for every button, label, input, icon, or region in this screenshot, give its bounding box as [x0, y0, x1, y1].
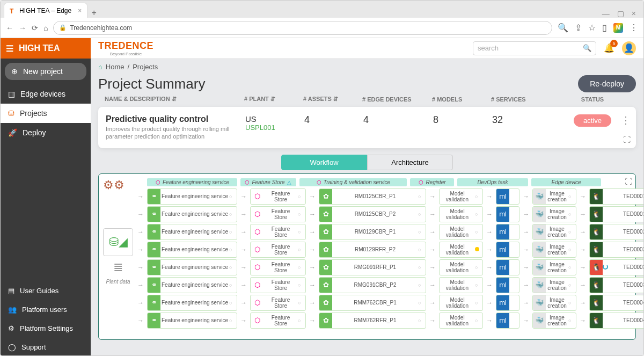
node-fe[interactable]: ⚭Feature engineering service○: [147, 206, 237, 222]
node-register[interactable]: Model validation○: [439, 224, 483, 240]
node-register[interactable]: Model validation: [439, 242, 483, 258]
node-edge[interactable]: 🐧TED0003: [589, 259, 643, 275]
window-minimize-icon[interactable]: —: [602, 9, 610, 18]
sidebar-item-users[interactable]: 👥Platform users: [1, 300, 91, 319]
lane-tr: ⬡Training & validation service: [299, 178, 407, 186]
window-maximize-icon[interactable]: ▢: [617, 9, 624, 18]
node-ml[interactable]: ml: [496, 188, 519, 205]
node-register[interactable]: Model validation○: [439, 313, 483, 329]
share-icon[interactable]: ⇪: [575, 23, 582, 33]
node-edge[interactable]: 🐧TED0004: [589, 295, 643, 311]
project-card[interactable]: Predictive quality control Improves the …: [98, 107, 636, 148]
node-fe[interactable]: ⚭Feature engineering service○: [147, 295, 237, 311]
tab-workflow[interactable]: Workflow: [281, 155, 367, 170]
node-fs[interactable]: ⬡Feature Store○: [250, 206, 306, 222]
node-fe[interactable]: ⚭Feature engineering service○: [147, 242, 237, 258]
back-icon[interactable]: ←: [6, 24, 13, 32]
node-tr[interactable]: ✿RMM762RFR_P1○: [319, 313, 426, 329]
search-browser-icon[interactable]: 🔍: [558, 23, 568, 33]
favorite-icon[interactable]: ☆: [588, 23, 596, 33]
col-assets[interactable]: # ASSETS: [303, 96, 332, 102]
notifications-button[interactable]: 🔔 5: [604, 43, 614, 53]
node-edge[interactable]: 🐧TED0002: [589, 242, 643, 258]
node-fe[interactable]: ⚭Feature engineering service○: [147, 188, 237, 205]
node-edge[interactable]: 🐧TED0003: [589, 277, 643, 293]
node-image[interactable]: 🐳Image creation○: [532, 259, 576, 275]
plant-data-node[interactable]: ⛁◢: [103, 228, 133, 256]
node-edge[interactable]: 🐧TED0002: [589, 224, 643, 240]
gmail-icon[interactable]: M: [613, 23, 623, 33]
node-edge[interactable]: 🐧TED0004: [589, 313, 643, 329]
node-ml[interactable]: ml: [496, 313, 519, 329]
menu-icon[interactable]: ☰: [6, 43, 13, 54]
browser-tab[interactable]: T HIGH TEA – Edge ×: [4, 3, 87, 18]
node-fe[interactable]: ⚭Feature engineering service○: [147, 224, 237, 240]
col-name[interactable]: NAME & DESCRIPTION: [105, 96, 170, 102]
window-close-icon[interactable]: ×: [632, 9, 636, 18]
node-tr[interactable]: ✿RMG091RFR_P1○: [319, 259, 426, 275]
node-fe[interactable]: ⚭Feature engineering service○: [147, 313, 237, 329]
node-register[interactable]: Model validation○: [439, 295, 483, 311]
home-nav-icon[interactable]: ⌂: [43, 24, 48, 32]
node-image[interactable]: 🐳Image creation○: [532, 242, 576, 258]
fullscreen-icon[interactable]: ⛶: [625, 177, 632, 186]
node-register[interactable]: Model validation○: [439, 188, 483, 205]
node-ml[interactable]: ml: [496, 206, 519, 222]
new-project-button[interactable]: ⊕ New project: [5, 63, 86, 80]
node-tr[interactable]: ✿RM0125CBR_P1○: [319, 188, 426, 205]
node-ml[interactable]: ml: [496, 224, 519, 240]
node-edge[interactable]: 🐧TED0001: [589, 188, 643, 205]
node-tr[interactable]: ✿RM0125CBR_P2○: [319, 206, 426, 222]
node-image[interactable]: 🐳Image creation○: [532, 295, 576, 311]
node-register[interactable]: Model validation○: [439, 206, 483, 222]
sidebar-item-edge-devices[interactable]: ▥ Edge devices: [1, 84, 91, 104]
node-fs[interactable]: ⬡Feature Store○: [250, 188, 306, 205]
sidebar-item-label: Edge devices: [20, 90, 65, 98]
node-image[interactable]: 🐳Image creation○: [532, 224, 576, 240]
tab-close-icon[interactable]: ×: [78, 7, 82, 14]
node-fs[interactable]: ⬡Feature Store○: [250, 277, 306, 293]
forward-icon[interactable]: →: [19, 24, 26, 32]
node-fs[interactable]: ⬡Feature Store○: [250, 259, 306, 275]
node-ml[interactable]: ml: [496, 259, 519, 275]
node-tr[interactable]: ✿RM0129CBR_P1○: [319, 224, 426, 240]
device-icon[interactable]: ▯: [602, 23, 607, 33]
node-ml[interactable]: ml: [496, 242, 519, 258]
node-image[interactable]: 🐳Image creation○: [532, 206, 576, 222]
sidebar-item-projects[interactable]: ⛁ Projects: [1, 104, 91, 123]
node-image[interactable]: 🐳Image creation○: [532, 313, 576, 329]
home-icon[interactable]: ⌂: [98, 63, 103, 71]
node-tr[interactable]: ✿RM0129RFR_P2○: [319, 242, 426, 258]
tab-architecture[interactable]: Architecture: [367, 155, 453, 170]
node-image[interactable]: 🐳Image creation○: [532, 277, 576, 293]
sidebar-item-support[interactable]: ◯Support: [1, 338, 91, 356]
redeploy-button[interactable]: Re-deploy: [578, 75, 636, 92]
card-menu-icon[interactable]: ⋮: [621, 114, 631, 126]
new-tab-button[interactable]: +: [87, 8, 100, 18]
node-register[interactable]: Model validation○: [439, 277, 483, 293]
node-edge[interactable]: 🐧TED0001: [589, 206, 643, 222]
node-ml[interactable]: ml: [496, 277, 519, 293]
node-fe[interactable]: ⚭Feature engineering service○: [147, 259, 237, 275]
node-image[interactable]: 🐳Image creation○: [532, 188, 576, 205]
expand-icon[interactable]: ⛶: [623, 135, 631, 144]
node-register[interactable]: Model validation○: [439, 259, 483, 275]
node-fe[interactable]: ⚭Feature engineering service○: [147, 277, 237, 293]
sidebar-item-settings[interactable]: ⚙Platform Settings: [1, 319, 91, 338]
col-plant[interactable]: # PLANT: [244, 96, 269, 102]
crumb-home[interactable]: Home: [106, 63, 125, 71]
node-fs[interactable]: ⬡Feature Store○: [250, 313, 306, 329]
browser-menu-icon[interactable]: ⋮: [630, 23, 638, 33]
node-ml[interactable]: ml: [496, 295, 519, 311]
node-fs[interactable]: ⬡Feature Store○: [250, 295, 306, 311]
sidebar-item-guides[interactable]: ▤User Guides: [1, 281, 91, 300]
sidebar-item-deploy[interactable]: 🚀 Deploy: [1, 123, 91, 142]
search-input[interactable]: search 🔍: [473, 41, 596, 55]
address-bar[interactable]: 🔒 Tredencehightea.com: [53, 21, 552, 35]
node-fs[interactable]: ⬡Feature Store○: [250, 224, 306, 240]
reload-icon[interactable]: ⟳: [32, 24, 38, 32]
avatar[interactable]: 👤: [622, 41, 636, 55]
node-fs[interactable]: ⬡Feature Store○: [250, 242, 306, 258]
node-tr[interactable]: ✿RMM762CBR_P1○: [319, 295, 426, 311]
node-tr[interactable]: ✿RMG091CBR_P2○: [319, 277, 426, 293]
